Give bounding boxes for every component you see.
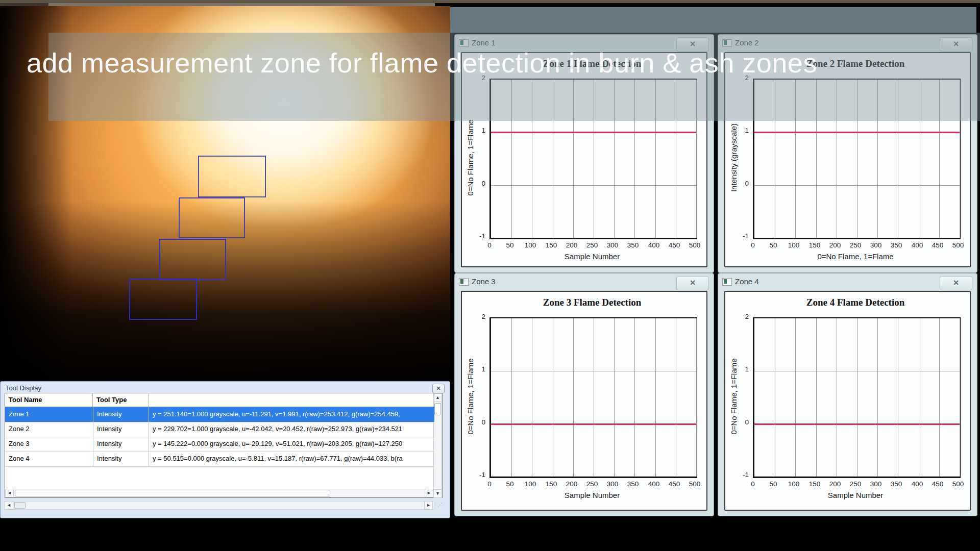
- x-tick-label: 50: [500, 241, 520, 249]
- tool-name-cell: Zone 3: [5, 437, 93, 452]
- window-icon-glyph: [724, 279, 727, 284]
- scroll-right-icon[interactable]: ►: [425, 489, 433, 497]
- x-tick-label: 200: [825, 480, 845, 488]
- scrollbar-thumb[interactable]: [15, 490, 330, 496]
- gridline-vertical: [775, 318, 775, 477]
- x-tick-label: 250: [582, 480, 602, 488]
- x-tick-label: 450: [664, 480, 684, 488]
- table-row-zone-3[interactable]: Zone 3Intensityy = 145.222=0.000 graysca…: [5, 437, 434, 452]
- table-header-cell: Tool Name: [5, 393, 93, 407]
- x-tick-label: 50: [500, 480, 520, 488]
- x-tick-label: 100: [520, 480, 541, 488]
- x-tick-label: 500: [684, 480, 705, 488]
- y-axis-label: 0=No Flame, 1=Flame: [729, 358, 738, 434]
- y-tick-label: -1: [468, 232, 485, 240]
- flame-state-line: [754, 132, 960, 133]
- window-title: Zone 3: [472, 277, 496, 286]
- table-row-zone-2[interactable]: Zone 2Intensityy = 229.702=1.000 graysca…: [5, 422, 434, 437]
- x-tick-label: 450: [664, 241, 684, 249]
- x-tick-label: 150: [541, 480, 561, 488]
- gridline-vertical: [553, 318, 553, 477]
- scroll-up-icon[interactable]: ▲: [433, 393, 442, 402]
- y-tick-label: -1: [731, 232, 749, 240]
- gridline-vertical: [696, 318, 697, 477]
- tool-type-cell: Intensity: [93, 422, 149, 437]
- window-icon: [722, 278, 732, 286]
- x-axis-label: Sample Number: [489, 491, 695, 499]
- measurement-zone-rect-4[interactable]: [129, 279, 197, 320]
- x-tick-label: 450: [927, 480, 948, 488]
- x-axis-label: Sample Number: [489, 252, 695, 261]
- tool-value-cell: y = 229.702=1.000 grayscale, u=-42.042, …: [149, 422, 434, 437]
- x-tick-label: 150: [804, 480, 825, 488]
- flame-state-line: [491, 423, 696, 425]
- x-tick-label: 50: [763, 480, 783, 488]
- gridline-horizontal: [491, 185, 696, 186]
- x-tick-label: 300: [866, 241, 886, 249]
- x-tick-label: 400: [644, 241, 664, 249]
- resize-grip-icon[interactable]: ⋰: [437, 502, 443, 508]
- x-tick-label: 150: [804, 241, 825, 249]
- x-tick-label: 350: [886, 241, 906, 249]
- x-tick-label: 100: [520, 241, 541, 249]
- y-tick-label: -1: [468, 471, 485, 479]
- x-tick-label: 300: [866, 480, 886, 488]
- x-tick-label: 0: [479, 241, 500, 249]
- x-tick-label: 300: [602, 241, 623, 249]
- close-icon[interactable]: ✕: [940, 276, 972, 290]
- top-slate-bar: [435, 7, 976, 33]
- x-tick-label: 100: [783, 480, 804, 488]
- zone-window-3: Zone 3✕Zone 3 Flame Detection-1012050100…: [454, 273, 714, 516]
- measurement-zone-rect-3[interactable]: [159, 239, 226, 280]
- window-horizontal-scrollbar[interactable]: ◄ ►: [5, 501, 434, 510]
- tool-value-cell: y = 50.515=0.000 grayscale, u=-5.811, v=…: [149, 452, 434, 466]
- y-tick-label: 2: [731, 313, 749, 320]
- tool-type-cell: Intensity: [93, 452, 149, 466]
- scroll-down-icon[interactable]: ▼: [433, 489, 442, 498]
- x-tick-label: 450: [927, 241, 948, 249]
- gridline-vertical: [511, 318, 512, 477]
- x-tick-label: 350: [623, 241, 643, 249]
- scrollbar-thumb[interactable]: [434, 403, 441, 415]
- scrollbar-thumb[interactable]: [14, 502, 26, 509]
- table-row-zone-1[interactable]: Zone 1Intensityy = 251.140=1.000 graysca…: [5, 407, 434, 422]
- table-horizontal-scrollbar[interactable]: ◄ ►: [5, 489, 433, 497]
- chart-title: Zone 3 Flame Detection: [459, 297, 725, 308]
- tool-display-title: Tool Display: [6, 384, 41, 392]
- measurement-zone-rect-1[interactable]: [198, 156, 266, 197]
- y-tick-label: 2: [468, 313, 485, 320]
- gridline-vertical: [532, 318, 532, 477]
- y-axis-label: Intensity (grayscale): [729, 123, 738, 192]
- x-tick-label: 0: [743, 480, 763, 488]
- x-tick-label: 250: [845, 480, 866, 488]
- x-tick-label: 400: [644, 480, 664, 488]
- close-icon[interactable]: ✕: [676, 276, 709, 290]
- x-tick-label: 250: [582, 241, 602, 249]
- scroll-right-icon[interactable]: ►: [424, 501, 433, 510]
- gridline-vertical: [594, 318, 594, 477]
- x-tick-label: 0: [479, 480, 500, 488]
- x-tick-label: 500: [684, 241, 705, 249]
- tool-value-cell: y = 251.140=1.000 grayscale, u=-11.291, …: [149, 407, 434, 422]
- gridline-vertical: [634, 318, 635, 477]
- x-tick-label: 500: [948, 480, 968, 488]
- tool-display-close-button[interactable]: ✕: [432, 384, 445, 393]
- table-vertical-scrollbar[interactable]: ▲ ▼: [433, 393, 442, 497]
- table-row-zone-4[interactable]: Zone 4Intensityy = 50.515=0.000 grayscal…: [5, 452, 434, 467]
- gridline-vertical: [676, 318, 676, 477]
- caption-text: add measurement zone for flame detection…: [27, 47, 894, 79]
- table-header-cell: Tool Type: [93, 393, 149, 407]
- gridline-vertical: [857, 318, 857, 477]
- x-tick-label: 350: [623, 480, 643, 488]
- gridline-horizontal: [754, 185, 960, 186]
- window-icon: [459, 278, 469, 286]
- gridline-vertical: [816, 318, 817, 477]
- scroll-left-icon[interactable]: ◄: [5, 489, 14, 497]
- gridline-vertical: [939, 318, 940, 477]
- x-tick-label: 100: [783, 241, 804, 249]
- gridline-vertical: [877, 318, 878, 477]
- gridline-vertical: [614, 318, 615, 477]
- measurement-zone-rect-2[interactable]: [179, 197, 245, 238]
- scroll-left-icon[interactable]: ◄: [5, 501, 13, 510]
- tool-table: ▲ ▼ ◄ ► Tool NameTool TypeZone 1Intensit…: [5, 393, 443, 498]
